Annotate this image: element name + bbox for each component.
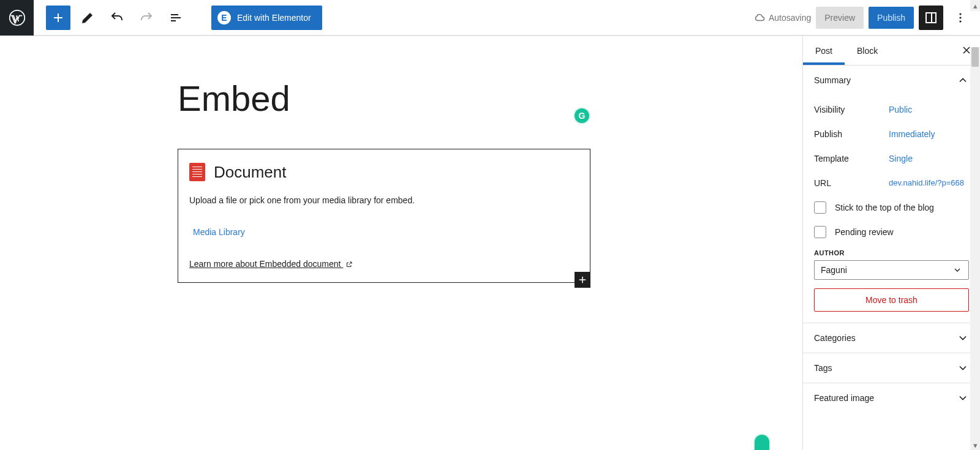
- top-toolbar: E Edit with Elementor Autosaving Preview…: [0, 0, 980, 36]
- svg-rect-5: [171, 20, 176, 21]
- grammarly-icon[interactable]: [753, 433, 771, 450]
- settings-sidebar: Post Block Summary Visibility Public Pub…: [802, 36, 980, 450]
- autosave-status: Autosaving: [754, 12, 811, 23]
- svg-point-8: [959, 13, 961, 15]
- template-label: Template: [814, 154, 889, 163]
- template-value[interactable]: Single: [889, 154, 913, 163]
- undo-button[interactable]: [105, 6, 129, 30]
- post-title[interactable]: Embed: [178, 79, 590, 118]
- grammarly-icon[interactable]: G: [573, 107, 590, 124]
- chevron-down-icon: [957, 332, 969, 344]
- author-select[interactable]: Faguni: [814, 260, 969, 280]
- preview-button[interactable]: Preview: [816, 7, 864, 29]
- sidebar-tabs: Post Block: [803, 36, 980, 66]
- external-link-icon: [345, 261, 353, 268]
- visibility-label: Visibility: [814, 105, 889, 114]
- block-title: Document: [214, 163, 287, 182]
- document-icon: [189, 163, 205, 181]
- chevron-down-icon: [952, 265, 962, 275]
- page-scrollbar[interactable]: ▾: [970, 47, 980, 450]
- chevron-up-icon: [957, 74, 969, 86]
- svg-rect-4: [171, 17, 181, 18]
- elementor-icon: E: [217, 11, 231, 24]
- stick-top-label: Stick to the top of the blog: [835, 203, 934, 212]
- wordpress-logo[interactable]: [0, 0, 34, 36]
- svg-rect-2: [54, 17, 62, 18]
- svg-rect-3: [171, 14, 178, 15]
- document-overview-button[interactable]: [164, 6, 188, 30]
- tools-button[interactable]: [75, 6, 100, 30]
- publish-label: Publish: [814, 129, 889, 139]
- chevron-down-icon: [957, 362, 969, 374]
- learn-more-link[interactable]: Learn more about Embedded document: [189, 259, 353, 269]
- settings-panel-toggle-button[interactable]: [919, 6, 943, 30]
- publish-button[interactable]: Publish: [869, 7, 914, 29]
- document-embed-block[interactable]: Document Upload a file or pick one from …: [178, 149, 590, 283]
- toolbar-right-group: Autosaving Preview Publish: [754, 6, 980, 30]
- add-block-inline-button[interactable]: [575, 272, 590, 288]
- url-value[interactable]: dev.nahid.life/?p=668: [889, 178, 964, 188]
- author-section-label: AUTHOR: [814, 244, 969, 260]
- pending-review-checkbox[interactable]: [814, 226, 826, 238]
- edit-with-elementor-button[interactable]: E Edit with Elementor: [211, 6, 322, 30]
- tab-block[interactable]: Block: [845, 36, 890, 65]
- move-to-trash-button[interactable]: Move to trash: [814, 288, 969, 312]
- toolbar-left-group: E Edit with Elementor: [34, 6, 322, 30]
- editor-canvas[interactable]: Embed G Document Upload a file or pick o…: [0, 36, 802, 450]
- publish-value[interactable]: Immediately: [889, 129, 935, 139]
- svg-rect-12: [579, 279, 586, 280]
- page-scroll-up-button[interactable]: ▴: [970, 0, 980, 11]
- visibility-value[interactable]: Public: [889, 105, 912, 114]
- chevron-down-icon: [957, 392, 969, 404]
- page-scroll-down-button[interactable]: ▾: [970, 440, 980, 450]
- add-block-toggle-button[interactable]: [46, 6, 70, 30]
- stick-top-checkbox[interactable]: [814, 201, 826, 214]
- block-description: Upload a file or pick one from your medi…: [189, 195, 579, 205]
- panel-featured-image-toggle[interactable]: Featured image: [803, 383, 980, 413]
- tab-post[interactable]: Post: [803, 36, 845, 65]
- svg-point-10: [959, 20, 961, 22]
- edit-with-elementor-label: Edit with Elementor: [237, 13, 311, 23]
- panel-tags-toggle[interactable]: Tags: [803, 353, 980, 383]
- panel-summary: Summary Visibility Public Publish Immedi…: [803, 66, 980, 323]
- panel-summary-toggle[interactable]: Summary: [803, 66, 980, 95]
- panel-categories-toggle[interactable]: Categories: [803, 323, 980, 353]
- media-library-button[interactable]: Media Library: [189, 225, 249, 239]
- svg-point-9: [959, 17, 961, 18]
- options-menu-button[interactable]: [948, 6, 973, 30]
- cloud-icon: [754, 12, 765, 23]
- pending-review-label: Pending review: [835, 227, 894, 237]
- url-label: URL: [814, 178, 889, 188]
- redo-button[interactable]: [134, 6, 159, 30]
